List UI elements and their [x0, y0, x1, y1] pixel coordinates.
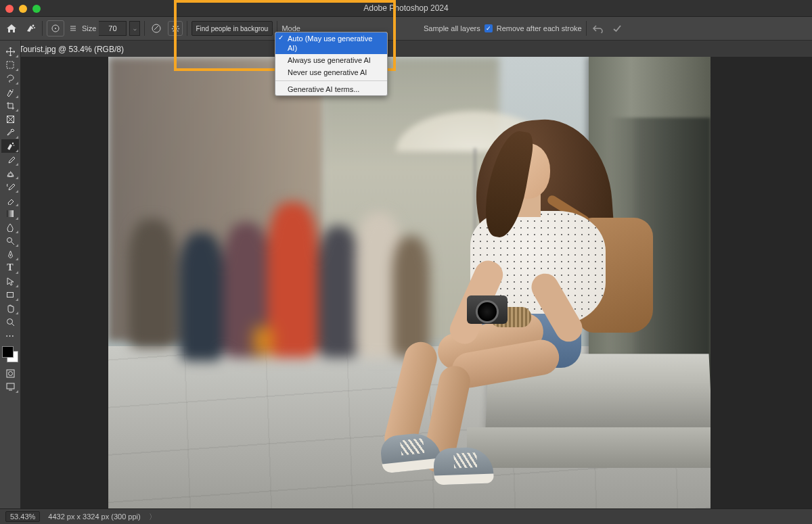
- svg-point-5: [152, 24, 160, 32]
- status-bar: 53.43% 4432 px x 3324 px (300 ppi) 〉: [0, 508, 812, 524]
- minimize-window-icon[interactable]: [19, 5, 27, 13]
- svg-line-14: [177, 26, 178, 26]
- find-prompt-input[interactable]: [191, 21, 273, 36]
- tool-rectangle[interactable]: [1, 288, 19, 302]
- tool-move[interactable]: [1, 45, 19, 58]
- remove-after-stroke-label: Remove after each stroke: [497, 24, 582, 32]
- commit-icon[interactable]: [610, 21, 625, 36]
- document-canvas[interactable]: [108, 57, 710, 508]
- svg-point-4: [55, 28, 56, 29]
- tool-dodge[interactable]: [1, 234, 19, 247]
- svg-line-27: [12, 323, 14, 326]
- svg-line-13: [173, 30, 173, 31]
- tool-marquee[interactable]: [1, 58, 19, 72]
- color-swatches[interactable]: [2, 346, 18, 362]
- mode-option-terms[interactable]: Generative AI terms...: [275, 83, 387, 95]
- tool-eyedropper[interactable]: [1, 126, 19, 139]
- tool-zoom[interactable]: [1, 315, 19, 329]
- tool-crop[interactable]: [1, 99, 19, 112]
- tool-quick-select[interactable]: [1, 85, 19, 99]
- sample-all-layers-checkbox[interactable]: ✓: [484, 24, 493, 32]
- svg-point-2: [32, 28, 33, 29]
- svg-line-24: [12, 242, 14, 245]
- tool-quickmask[interactable]: [1, 366, 19, 380]
- svg-point-0: [32, 25, 35, 27]
- svg-point-21: [14, 145, 15, 146]
- svg-line-11: [173, 26, 173, 26]
- svg-point-26: [7, 318, 12, 324]
- tool-edit-toolbar[interactable]: ⋯: [1, 329, 19, 342]
- tool-lasso[interactable]: [1, 72, 19, 85]
- sample-all-layers-label: Sample all layers: [424, 24, 480, 32]
- app-title: Adobe Photoshop 2024: [0, 0, 812, 17]
- svg-point-29: [8, 371, 12, 375]
- mode-option-auto[interactable]: ✓ Auto (May use generative AI): [275, 32, 387, 54]
- maximize-window-icon[interactable]: [32, 5, 41, 13]
- size-dropdown-arrow[interactable]: ⌵: [129, 21, 140, 36]
- dropdown-separator: [275, 80, 387, 81]
- document-dimensions: 4432 px x 3324 px (300 ppi): [48, 513, 140, 521]
- tool-hand[interactable]: [1, 302, 19, 315]
- document-tab[interactable]: Tourist.jpg @ 53.4% (RGB/8): [19, 45, 124, 54]
- workspace: [20, 57, 812, 509]
- tool-brush[interactable]: [1, 153, 19, 166]
- tool-remove[interactable]: [1, 139, 19, 153]
- svg-point-16: [12, 89, 14, 91]
- tool-type[interactable]: T: [1, 261, 19, 275]
- svg-rect-15: [7, 62, 14, 68]
- mode-dropdown[interactable]: ✓ Auto (May use generative AI) Always us…: [275, 32, 388, 96]
- tool-blur[interactable]: [1, 220, 19, 234]
- status-arrow-icon[interactable]: 〉: [149, 512, 156, 522]
- pressure-size-icon[interactable]: [149, 21, 164, 36]
- brush-size-input[interactable]: [99, 21, 127, 36]
- tool-pen[interactable]: [1, 247, 19, 261]
- svg-rect-22: [7, 210, 14, 217]
- svg-rect-25: [7, 293, 14, 297]
- brush-preset-picker[interactable]: [47, 20, 64, 37]
- window-controls[interactable]: [5, 5, 41, 13]
- svg-line-12: [177, 30, 178, 31]
- tool-path-select[interactable]: [1, 275, 19, 288]
- tool-history-brush[interactable]: [1, 180, 19, 193]
- mode-option-label: Auto (May use generative AI): [288, 34, 372, 52]
- tool-screenmode[interactable]: [1, 380, 19, 394]
- subject-person: [389, 96, 639, 468]
- mode-option-always[interactable]: Always use generative AI: [275, 54, 387, 66]
- foreground-color-swatch[interactable]: [2, 346, 14, 358]
- tool-frame[interactable]: [1, 112, 19, 126]
- remove-tool-icon[interactable]: [23, 21, 38, 36]
- svg-point-1: [34, 27, 35, 28]
- svg-rect-28: [7, 370, 14, 377]
- mode-option-never[interactable]: Never use generative AI: [275, 66, 387, 78]
- size-label: Size: [82, 24, 96, 32]
- svg-point-20: [12, 143, 14, 144]
- close-window-icon[interactable]: [5, 5, 14, 13]
- brush-options-gear-icon[interactable]: [168, 21, 183, 36]
- document-tab-bar: × Tourist.jpg @ 53.4% (RGB/8): [0, 41, 812, 59]
- check-icon: ✓: [278, 33, 284, 43]
- brush-settings-icon[interactable]: [68, 21, 78, 36]
- zoom-level[interactable]: 53.43%: [5, 511, 40, 522]
- options-bar: Size ⌵ Mode ✓ Auto (May use generative A…: [0, 17, 812, 41]
- svg-rect-30: [7, 383, 14, 389]
- svg-point-23: [7, 237, 12, 242]
- home-button[interactable]: [4, 21, 19, 36]
- undo-icon[interactable]: [591, 21, 606, 36]
- tools-panel: T ⋯: [0, 41, 21, 509]
- tool-clone[interactable]: [1, 166, 19, 180]
- svg-point-6: [175, 27, 177, 30]
- tool-eraser[interactable]: [1, 193, 19, 207]
- tool-gradient[interactable]: [1, 207, 19, 220]
